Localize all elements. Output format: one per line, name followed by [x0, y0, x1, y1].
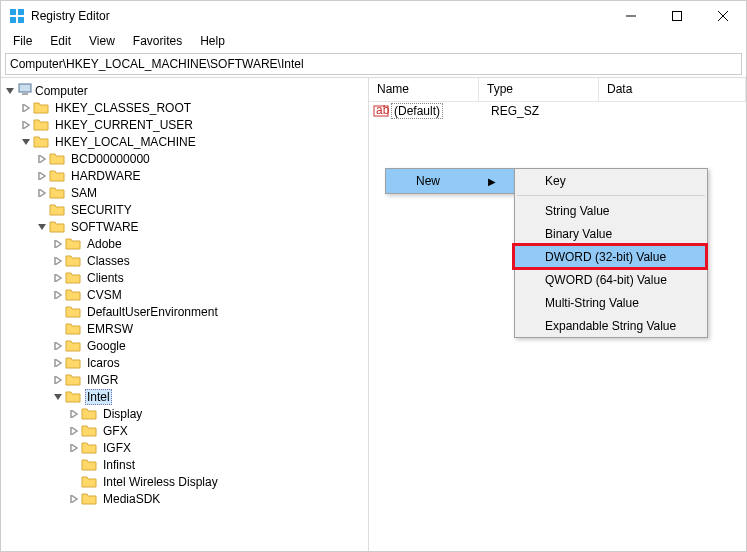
tree-node[interactable]: EMRSW [1, 320, 368, 337]
context-item-multistring[interactable]: Multi-String Value [515, 291, 707, 314]
folder-icon [65, 287, 81, 303]
chevron-right-icon[interactable] [51, 291, 65, 299]
tree-node[interactable]: Infinst [1, 456, 368, 473]
context-item-expandstring[interactable]: Expandable String Value [515, 314, 707, 337]
tree-label: HKEY_CURRENT_USER [53, 117, 195, 133]
tree-label: HKEY_LOCAL_MACHINE [53, 134, 198, 150]
tree-pane[interactable]: Computer HKEY_CLASSES_ROOT HKEY_CURRENT_… [1, 78, 369, 551]
menu-edit[interactable]: Edit [42, 32, 79, 50]
tree-label: IMGR [85, 372, 120, 388]
tree-label: EMRSW [85, 321, 135, 337]
folder-icon [65, 236, 81, 252]
tree-node[interactable]: HARDWARE [1, 167, 368, 184]
chevron-down-icon[interactable] [3, 87, 17, 95]
chevron-right-icon[interactable] [51, 342, 65, 350]
tree-node-computer[interactable]: Computer [1, 82, 368, 99]
context-label: String Value [545, 204, 609, 218]
tree-node[interactable]: Icaros [1, 354, 368, 371]
tree-node[interactable]: IGFX [1, 439, 368, 456]
tree-label: CVSM [85, 287, 124, 303]
chevron-right-icon[interactable] [19, 121, 33, 129]
col-name[interactable]: Name [369, 78, 479, 101]
window-title: Registry Editor [31, 9, 608, 23]
list-row-default[interactable]: ab (Default) REG_SZ [369, 102, 746, 120]
col-data[interactable]: Data [599, 78, 746, 101]
tree-node-intel[interactable]: Intel [1, 388, 368, 405]
chevron-right-icon[interactable] [51, 257, 65, 265]
tree-node[interactable]: IMGR [1, 371, 368, 388]
tree-node[interactable]: Adobe [1, 235, 368, 252]
context-label: New [416, 174, 440, 188]
chevron-right-icon[interactable] [19, 104, 33, 112]
values-pane[interactable]: Name Type Data ab (Default) REG_SZ New ▶… [369, 78, 746, 551]
context-submenu-new: Key String Value Binary Value DWORD (32-… [514, 168, 708, 338]
chevron-right-icon[interactable] [67, 427, 81, 435]
tree-node[interactable]: MediaSDK [1, 490, 368, 507]
chevron-right-icon[interactable] [67, 410, 81, 418]
chevron-right-icon[interactable] [35, 189, 49, 197]
svg-text:ab: ab [376, 103, 389, 117]
tree-node-hkcu[interactable]: HKEY_CURRENT_USER [1, 116, 368, 133]
tree-node[interactable]: CVSM [1, 286, 368, 303]
menu-favorites[interactable]: Favorites [125, 32, 190, 50]
tree-node-hkcr[interactable]: HKEY_CLASSES_ROOT [1, 99, 368, 116]
chevron-down-icon[interactable] [35, 223, 49, 231]
menu-file[interactable]: File [5, 32, 40, 50]
chevron-right-icon[interactable] [35, 172, 49, 180]
folder-icon [49, 168, 65, 184]
tree-node[interactable]: Display [1, 405, 368, 422]
string-value-icon: ab [373, 103, 389, 119]
svg-rect-8 [19, 84, 31, 92]
context-item-key[interactable]: Key [515, 169, 707, 192]
chevron-right-icon[interactable] [67, 444, 81, 452]
chevron-right-icon[interactable] [51, 274, 65, 282]
tree-node[interactable]: Clients [1, 269, 368, 286]
minimize-button[interactable] [608, 1, 654, 31]
chevron-right-icon[interactable] [35, 155, 49, 163]
tree-label: MediaSDK [101, 491, 162, 507]
menu-view[interactable]: View [81, 32, 123, 50]
context-label: Key [545, 174, 566, 188]
tree-node-software[interactable]: SOFTWARE [1, 218, 368, 235]
tree-label: HARDWARE [69, 168, 143, 184]
folder-icon [65, 253, 81, 269]
window-controls [608, 1, 746, 31]
chevron-right-icon[interactable] [51, 240, 65, 248]
tree-label: SOFTWARE [69, 219, 141, 235]
context-item-new[interactable]: New ▶ [386, 169, 514, 193]
chevron-right-icon[interactable] [51, 359, 65, 367]
context-item-binary[interactable]: Binary Value [515, 222, 707, 245]
separator [517, 195, 705, 196]
close-button[interactable] [700, 1, 746, 31]
context-menu: New ▶ [385, 168, 515, 194]
tree-label: Icaros [85, 355, 122, 371]
tree-node[interactable]: Classes [1, 252, 368, 269]
tree-node[interactable]: Google [1, 337, 368, 354]
context-item-qword[interactable]: QWORD (64-bit) Value [515, 268, 707, 291]
folder-icon [81, 457, 97, 473]
tree-node[interactable]: SECURITY [1, 201, 368, 218]
tree-node[interactable]: SAM [1, 184, 368, 201]
tree-node[interactable]: BCD00000000 [1, 150, 368, 167]
tree-node[interactable]: DefaultUserEnvironment [1, 303, 368, 320]
folder-icon [81, 423, 97, 439]
context-label: Binary Value [545, 227, 612, 241]
chevron-right-icon[interactable] [67, 495, 81, 503]
tree-node[interactable]: GFX [1, 422, 368, 439]
address-bar[interactable]: Computer\HKEY_LOCAL_MACHINE\SOFTWARE\Int… [5, 53, 742, 75]
tree-label: HKEY_CLASSES_ROOT [53, 100, 193, 116]
chevron-down-icon[interactable] [19, 138, 33, 146]
chevron-down-icon[interactable] [51, 393, 65, 401]
chevron-right-icon: ▶ [488, 176, 496, 187]
tree-node[interactable]: Intel Wireless Display [1, 473, 368, 490]
titlebar: Registry Editor [1, 1, 746, 31]
context-label: QWORD (64-bit) Value [545, 273, 667, 287]
menu-help[interactable]: Help [192, 32, 233, 50]
tree-node-hklm[interactable]: HKEY_LOCAL_MACHINE [1, 133, 368, 150]
maximize-button[interactable] [654, 1, 700, 31]
col-type[interactable]: Type [479, 78, 599, 101]
context-item-dword[interactable]: DWORD (32-bit) Value [515, 245, 707, 268]
chevron-right-icon[interactable] [51, 376, 65, 384]
context-item-string[interactable]: String Value [515, 199, 707, 222]
tree-label: Computer [33, 83, 90, 99]
